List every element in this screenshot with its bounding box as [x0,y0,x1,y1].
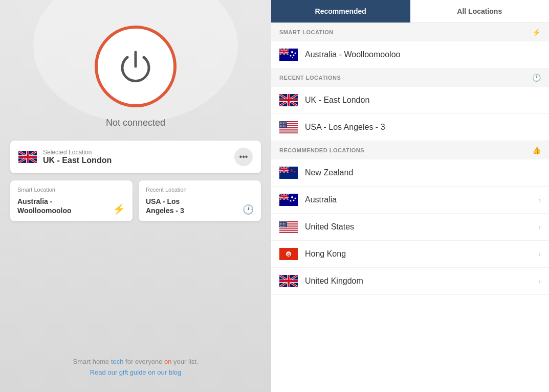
svg-point-62 [281,224,282,225]
svg-point-57 [280,223,281,224]
svg-point-23 [281,123,282,124]
smart-location-card[interactable]: Smart Location Australia -Woolloomooloo … [10,180,133,221]
tab-recommended[interactable]: Recommended [271,0,410,22]
list-item[interactable]: UK - East London [271,87,549,114]
recent-card-name: USA - LosAngeles - 3 [146,197,184,215]
chevron-right-icon: › [538,223,541,231]
au-flag-2 [279,194,298,206]
location-item-name: New Zealand [305,168,353,177]
smart-location-header: SMART LOCATION ⚡ [271,23,549,41]
svg-point-4 [293,55,295,56]
au-flag [279,49,298,61]
selected-location-left: Selected Location UK - East London [18,149,112,165]
svg-rect-15 [279,131,298,132]
more-options-button[interactable]: ••• [234,148,253,166]
svg-point-21 [286,122,287,123]
svg-point-61 [280,224,281,225]
location-item-name: United States [305,222,354,232]
location-item-left: New Zealand [279,167,353,179]
svg-point-54 [283,221,284,222]
uk-flag-2 [279,275,298,287]
location-item-left: ✿ Hong Kong [279,248,346,260]
recent-locations-header-icon: 🕐 [532,74,541,82]
svg-point-60 [284,223,286,224]
smart-location-header-icon: ⚡ [532,28,541,36]
svg-point-64 [284,224,286,225]
svg-point-20 [284,122,286,123]
list-item[interactable]: ✿ Hong Kong › [271,241,549,268]
svg-point-30 [280,126,281,127]
smart-card-label: Smart Location [17,187,125,193]
connection-status: Not connected [106,118,165,128]
svg-point-31 [281,126,282,127]
smart-card-name: Australia -Woolloomooloo [17,197,72,215]
location-item-left: United States [279,221,354,233]
list-item[interactable]: New Zealand [271,159,549,187]
svg-rect-14 [279,130,298,131]
list-item[interactable]: Australia › [271,187,549,214]
svg-point-53 [281,221,282,222]
lightning-icon: ⚡ [113,203,125,215]
svg-point-67 [283,226,284,227]
list-item[interactable]: Australia - Woolloomooloo [271,41,549,68]
power-icon [115,46,156,87]
promo-link[interactable]: Read our gift guide on our blog [90,368,182,376]
us-flag [279,121,298,133]
recent-card-label: Recent Location [146,187,254,193]
chevron-right-icon: › [538,250,541,258]
clock-icon: 🕐 [243,204,254,215]
svg-point-63 [283,224,284,225]
svg-point-43 [295,198,296,199]
location-item-name: Australia [305,195,337,204]
locations-list: SMART LOCATION ⚡ Australia - W [271,23,549,392]
location-item-name: UK - East London [305,96,369,105]
svg-point-42 [290,200,292,202]
svg-point-18 [281,122,282,123]
promo-section: Smart home tech for everyone on your lis… [73,348,199,382]
svg-point-58 [281,223,282,224]
power-circle[interactable] [95,26,177,107]
svg-point-19 [283,122,284,123]
svg-point-41 [293,200,295,201]
smart-card-bottom: Australia -Woolloomooloo ⚡ [17,197,125,215]
svg-point-27 [281,125,282,126]
svg-point-55 [284,221,286,222]
selected-location-name: UK - East London [43,156,112,165]
list-item[interactable]: USA - Los Angeles - 3 [271,114,549,141]
location-item-left: USA - Los Angeles - 3 [279,121,385,133]
svg-point-6 [295,53,296,54]
svg-point-66 [281,226,282,227]
location-item-name: USA - Los Angeles - 3 [305,123,385,132]
svg-rect-13 [279,128,298,129]
right-panel: Recommended All Locations SMART LOCATION… [271,0,549,392]
location-item-left: Australia - Woolloomooloo [279,49,400,61]
svg-point-56 [286,221,287,222]
location-cards-row: Smart Location Australia -Woolloomooloo … [10,180,261,221]
list-item[interactable]: United States › [271,214,549,241]
selected-location-label: Selected Location [43,149,112,156]
svg-text:✿: ✿ [287,252,291,257]
promo-text: Smart home tech for everyone on your lis… [73,358,199,365]
svg-point-7 [292,57,293,58]
svg-point-26 [280,125,281,126]
tab-all-locations[interactable]: All Locations [410,0,550,22]
recent-card-bottom: USA - LosAngeles - 3 🕐 [146,197,254,215]
svg-point-22 [280,123,281,124]
power-button-container[interactable] [95,26,177,107]
list-item[interactable]: United Kingdom › [271,268,549,295]
svg-rect-49 [279,229,298,230]
svg-point-52 [280,221,281,222]
selected-location-text: Selected Location UK - East London [43,149,112,165]
uk-flag [279,94,298,106]
svg-point-25 [284,123,286,124]
location-item-left: UK - East London [279,94,369,106]
svg-point-28 [283,125,284,126]
svg-point-65 [280,226,281,227]
recent-location-card[interactable]: Recent Location USA - LosAngeles - 3 🕐 [139,180,261,221]
svg-point-32 [283,126,284,127]
chevron-right-icon: › [538,196,541,204]
location-item-name: United Kingdom [305,276,363,286]
recommended-locations-header: RECOMMENDED LOCATIONS 👍 [271,141,549,159]
location-item-name: Hong Kong [305,249,346,259]
left-panel: Not connected Selected Location UK - Eas… [0,0,271,392]
